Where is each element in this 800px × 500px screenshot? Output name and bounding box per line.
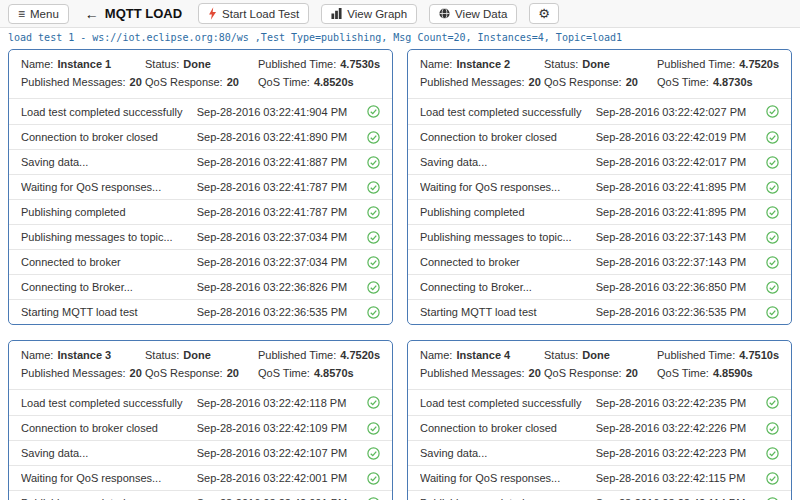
log-rows: Load test completed successfully Sep-28-… (408, 390, 791, 500)
log-row: Saving data... Sep-28-2016 03:22:41:887 … (9, 149, 392, 174)
success-check-icon (364, 281, 380, 294)
log-message: Connection to broker closed (420, 131, 596, 143)
settings-button[interactable]: ⚙ (529, 3, 559, 24)
log-row: Connecting to Broker... Sep-28-2016 03:2… (9, 274, 392, 299)
log-message: Waiting for QoS responses... (420, 181, 596, 193)
log-row: Connected to broker Sep-28-2016 03:22:37… (9, 249, 392, 274)
success-check-icon (763, 105, 779, 118)
log-timestamp: Sep-28-2016 03:22:36:826 PM (197, 281, 364, 293)
published-time: Published Time: 4.7520s (657, 56, 779, 74)
log-message: Load test completed successfully (21, 397, 197, 409)
published-time: Published Time: 4.7520s (258, 347, 380, 365)
log-rows: Load test completed successfully Sep-28-… (9, 390, 392, 500)
view-data-label: View Data (455, 8, 507, 20)
log-message: Connecting to Broker... (21, 281, 197, 293)
log-message: Connected to broker (21, 256, 197, 268)
instance-panel: Name: Instance 3 Published Messages: 20 … (8, 340, 393, 500)
log-message: Publishing completed (420, 206, 596, 218)
instance-name: Name: Instance 2 (420, 56, 544, 74)
log-row: Publishing messages to topic... Sep-28-2… (408, 224, 791, 249)
success-check-icon (763, 181, 779, 194)
log-timestamp: Sep-28-2016 03:22:41:887 PM (197, 156, 364, 168)
view-data-button[interactable]: View Data (429, 4, 517, 24)
log-timestamp: Sep-28-2016 03:22:36:535 PM (197, 306, 364, 318)
view-graph-button[interactable]: View Graph (321, 4, 417, 24)
instance-panel: Name: Instance 1 Published Messages: 20 … (8, 49, 393, 325)
log-row: Waiting for QoS responses... Sep-28-2016… (9, 174, 392, 199)
instance-panel-header: Name: Instance 1 Published Messages: 20 … (9, 50, 392, 99)
instance-panel-header: Name: Instance 4 Published Messages: 20 … (408, 341, 791, 390)
log-message: Connecting to Broker... (420, 281, 596, 293)
hamburger-icon: ≡ (18, 8, 25, 20)
log-message: Starting MQTT load test (21, 306, 197, 318)
success-check-icon (364, 131, 380, 144)
log-row: Publishing completed Sep-28-2016 03:22:4… (9, 490, 392, 500)
log-row: Waiting for QoS responses... Sep-28-2016… (408, 465, 791, 490)
success-check-icon (763, 472, 779, 485)
log-message: Saving data... (420, 156, 596, 168)
globe-icon (439, 8, 450, 19)
log-message: Load test completed successfully (420, 397, 596, 409)
back-arrow-icon[interactable]: ← (85, 6, 99, 22)
published-messages: Published Messages: 20 (420, 365, 544, 383)
panels-grid: Name: Instance 1 Published Messages: 20 … (0, 46, 800, 500)
log-rows: Load test completed successfully Sep-28-… (9, 99, 392, 324)
qos-response: QoS Response: 20 (145, 74, 258, 92)
log-message: Connection to broker closed (21, 131, 197, 143)
log-message: Waiting for QoS responses... (21, 472, 197, 484)
log-timestamp: Sep-28-2016 03:22:41:904 PM (197, 106, 364, 118)
instance-status: Status: Done (145, 56, 258, 74)
log-timestamp: Sep-28-2016 03:22:42:109 PM (197, 422, 364, 434)
log-row: Connection to broker closed Sep-28-2016 … (9, 124, 392, 149)
qos-time: QoS Time: 4.8570s (258, 365, 380, 383)
log-timestamp: Sep-28-2016 03:22:42:115 PM (596, 472, 763, 484)
published-messages: Published Messages: 20 (21, 365, 145, 383)
qos-response: QoS Response: 20 (544, 365, 657, 383)
success-check-icon (763, 396, 779, 409)
log-message: Publishing messages to topic... (420, 231, 596, 243)
page-title: MQTT LOAD (105, 6, 182, 21)
instance-status: Status: Done (145, 347, 258, 365)
menu-button[interactable]: ≡ Menu (8, 4, 69, 24)
log-timestamp: Sep-28-2016 03:22:42:235 PM (596, 397, 763, 409)
log-row: Saving data... Sep-28-2016 03:22:42:223 … (408, 440, 791, 465)
log-row: Starting MQTT load test Sep-28-2016 03:2… (408, 299, 791, 324)
log-rows: Load test completed successfully Sep-28-… (408, 99, 791, 324)
log-row: Connection to broker closed Sep-28-2016 … (408, 124, 791, 149)
load-test-status-line: load test 1 - ws://iot.eclipse.org:80/ws… (0, 28, 800, 46)
log-row: Connection to broker closed Sep-28-2016 … (408, 415, 791, 440)
log-message: Starting MQTT load test (420, 306, 596, 318)
qos-time: QoS Time: 4.8590s (657, 365, 779, 383)
success-check-icon (763, 206, 779, 219)
start-load-test-button[interactable]: Start Load Test (198, 3, 309, 24)
qos-time: QoS Time: 4.8730s (657, 74, 779, 92)
log-timestamp: Sep-28-2016 03:22:42:118 PM (197, 397, 364, 409)
success-check-icon (763, 131, 779, 144)
log-timestamp: Sep-28-2016 03:22:41:890 PM (197, 131, 364, 143)
published-messages: Published Messages: 20 (420, 74, 544, 92)
log-timestamp: Sep-28-2016 03:22:42:017 PM (596, 156, 763, 168)
log-row: Publishing completed Sep-28-2016 03:22:4… (408, 490, 791, 500)
success-check-icon (763, 256, 779, 269)
lightning-icon (208, 7, 217, 20)
success-check-icon (763, 281, 779, 294)
log-message: Saving data... (420, 447, 596, 459)
log-row: Connecting to Broker... Sep-28-2016 03:2… (408, 274, 791, 299)
instance-status: Status: Done (544, 347, 657, 365)
log-timestamp: Sep-28-2016 03:22:42:027 PM (596, 106, 763, 118)
log-timestamp: Sep-28-2016 03:22:41:787 PM (197, 181, 364, 193)
log-message: Saving data... (21, 447, 197, 459)
log-timestamp: Sep-28-2016 03:22:41:895 PM (596, 206, 763, 218)
log-row: Load test completed successfully Sep-28-… (408, 99, 791, 124)
success-check-icon (364, 206, 380, 219)
log-row: Waiting for QoS responses... Sep-28-2016… (9, 465, 392, 490)
success-check-icon (364, 181, 380, 194)
instance-panel: Name: Instance 2 Published Messages: 20 … (407, 49, 792, 325)
log-row: Saving data... Sep-28-2016 03:22:42:107 … (9, 440, 392, 465)
log-timestamp: Sep-28-2016 03:22:41:895 PM (596, 181, 763, 193)
log-message: Saving data... (21, 156, 197, 168)
success-check-icon (763, 422, 779, 435)
log-row: Connected to broker Sep-28-2016 03:22:37… (408, 249, 791, 274)
instance-panel: Name: Instance 4 Published Messages: 20 … (407, 340, 792, 500)
published-time: Published Time: 4.7530s (258, 56, 380, 74)
